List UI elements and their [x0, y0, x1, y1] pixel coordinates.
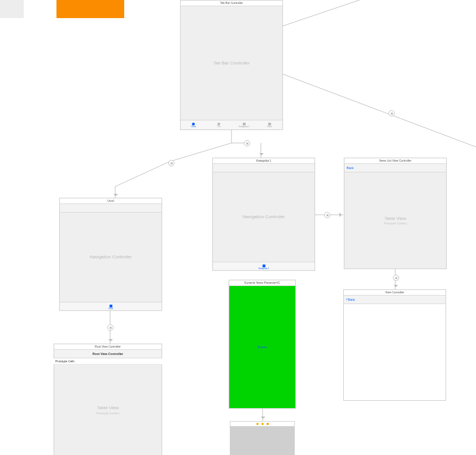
segue-badge[interactable]: [244, 140, 250, 146]
presenter-button[interactable]: Button: [258, 345, 267, 349]
navigation-bar: ‹ Back: [344, 296, 446, 304]
segue-badge[interactable]: [388, 110, 395, 116]
arrowhead-icon: [259, 153, 264, 158]
tableview-sub: Prototype Content: [384, 222, 407, 226]
arrowhead-icon: [108, 339, 113, 344]
navigation-bar: Root View Controller: [54, 350, 161, 358]
tab-icon: [263, 265, 265, 267]
scene-title: Root View Controller: [54, 344, 161, 350]
tab-bar: Uvod Tim Kategorija 1 Sutra: [181, 120, 282, 129]
navigation-bar: [60, 204, 161, 213]
tab-item-sutra[interactable]: Sutra: [257, 120, 282, 129]
tab-label: Tim: [217, 125, 221, 128]
segue-badge[interactable]: [168, 160, 174, 166]
segue-badge[interactable]: [107, 324, 113, 331]
scene-dock-strip[interactable]: [230, 421, 295, 455]
scene-root-view[interactable]: Root View Controller Root View Controlle…: [54, 344, 162, 455]
palette-swatch-grey: [0, 0, 24, 18]
scene-body: Button: [229, 286, 295, 408]
svg-line-1: [281, 0, 476, 27]
tab-label: Kategorija 1: [239, 125, 250, 128]
tab-bar-item[interactable]: Uvod: [60, 302, 161, 310]
scene-view-controller[interactable]: View Controller ‹ Back: [343, 289, 446, 401]
scene-body: Tab Bar Controller: [181, 6, 282, 120]
dock-dot: [256, 423, 259, 425]
scene-title: Uvod: [60, 198, 161, 204]
scene-nav-kategorija[interactable]: Kategorija 1 Navigation Controller Kateg…: [212, 158, 315, 271]
prototype-cells-header: Prototype Cells: [53, 358, 163, 365]
chevron-left-icon: ‹: [346, 296, 347, 304]
dock-dot: [267, 423, 269, 425]
scene-body: [344, 304, 446, 400]
scene-title: View Controller: [344, 290, 446, 296]
scene-nav-uvod[interactable]: Uvod Navigation Controller Uvod: [59, 198, 162, 311]
svg-line-2: [281, 73, 476, 147]
dock-body: [230, 426, 294, 455]
tab-item-uvod[interactable]: Uvod: [181, 120, 206, 129]
placeholder-label: Tab Bar Controller: [213, 60, 250, 66]
scene-title: Dynamic News PresenterVC: [229, 280, 295, 286]
arrowhead-icon: [261, 417, 265, 421]
scene-title: Kategorija 1: [213, 158, 315, 164]
palette-swatch-orange: [56, 0, 124, 18]
navigation-bar: Back: [344, 164, 446, 172]
navigation-bar: [213, 164, 315, 172]
placeholder-label: Table View Prototype Content: [384, 215, 407, 226]
arrowhead-icon: [339, 213, 344, 217]
arrowhead-icon: [394, 285, 398, 289]
segue-badge[interactable]: [324, 212, 330, 218]
tab-label: Uvod: [108, 307, 113, 310]
segue-badge[interactable]: [393, 275, 399, 281]
tab-label: Kategorija 1: [259, 267, 269, 270]
tab-bar-item[interactable]: Kategorija 1: [213, 262, 315, 270]
tableview-sub: Prototype Content: [97, 411, 119, 415]
placeholder-label: Navigation Controller: [90, 254, 132, 260]
scene-body: Table View Prototype Content: [344, 172, 446, 268]
dock-dot: [261, 423, 264, 425]
tab-label: Sutra: [267, 125, 272, 128]
back-button[interactable]: ‹ Back: [346, 296, 355, 304]
scene-body: Prototype Cells Table View Prototype Con…: [54, 358, 161, 455]
tab-icon: [110, 305, 112, 307]
scene-title: Tab Bar Controller: [181, 1, 282, 6]
nav-title: Root View Controller: [56, 350, 159, 358]
scene-dynamic-presenter[interactable]: Dynamic News PresenterVC Button: [229, 280, 296, 409]
tableview-label: Table View: [97, 405, 119, 410]
scene-body: Navigation Controller: [60, 213, 161, 302]
tableview-label: Table View: [385, 216, 407, 221]
tab-item-kategorija[interactable]: Kategorija 1: [232, 120, 257, 129]
scene-body: Navigation Controller: [213, 172, 315, 262]
placeholder-label: Navigation Controller: [243, 214, 285, 220]
back-label: Back: [348, 296, 355, 304]
tab-label: Uvod: [191, 125, 195, 128]
scene-tab-bar-controller[interactable]: Tab Bar Controller Tab Bar Controller Uv…: [180, 0, 283, 130]
scene-title: News List View Controller: [344, 158, 446, 164]
storyboard-canvas[interactable]: Tab Bar Controller Tab Bar Controller Uv…: [0, 0, 476, 455]
tab-item-tim[interactable]: Tim: [206, 120, 232, 129]
scene-news-list[interactable]: News List View Controller Back Table Vie…: [344, 158, 447, 269]
back-label: Back: [347, 164, 353, 172]
dock-dots: [230, 422, 294, 426]
back-button[interactable]: Back: [347, 164, 353, 172]
placeholder-label: Table View Prototype Content: [97, 405, 119, 415]
